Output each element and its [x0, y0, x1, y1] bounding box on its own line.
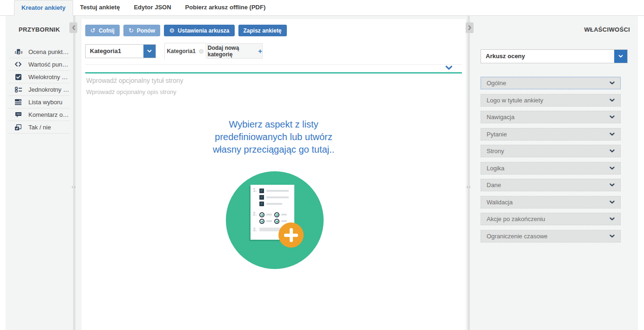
- properties-title: WŁAŚCIWOŚCI: [584, 26, 630, 33]
- toolbox-item-label: Ocena punkt…: [28, 48, 69, 55]
- paper-radio-icon: [259, 212, 264, 217]
- rating-icon: 123: [14, 49, 22, 54]
- tab-kreator-ankiety[interactable]: Kreator ankiety: [14, 0, 73, 16]
- properties-selector-dropdown-button[interactable]: [614, 50, 627, 63]
- collapse-toolbox-button[interactable]: [69, 22, 77, 33]
- chevron-down-icon: [610, 149, 615, 153]
- toolbox-splitter[interactable]: [73, 16, 75, 330]
- toolbox-item-value[interactable]: Wartość pun…: [8, 58, 70, 71]
- page-title-input[interactable]: [86, 77, 286, 84]
- chevron-down-icon: [610, 167, 615, 170]
- undo-label: Cofnij: [99, 27, 115, 34]
- survey-header-divider: [85, 64, 462, 65]
- properties-selector-value: Arkusz oceny: [481, 50, 614, 63]
- toolbox-item-boolean[interactable]: Tak / nie: [8, 121, 70, 134]
- accordion-section-dane[interactable]: Dane: [481, 179, 621, 191]
- collapse-properties-button[interactable]: [466, 22, 474, 33]
- chevron-down-icon: [610, 99, 615, 102]
- dropdown-icon: [14, 99, 22, 105]
- tab-edytor-json[interactable]: Edytor JSON: [127, 0, 178, 16]
- paper-text-line: [266, 220, 272, 222]
- top-tab-bar: Kreator ankiety Testuj ankietę Edytor JS…: [0, 0, 644, 16]
- paper-checkbox-icon: ✓: [259, 195, 264, 200]
- toolbox-resize-handle[interactable]: ‹›: [69, 184, 79, 189]
- paper-text-line: [266, 190, 289, 192]
- save-survey-label: Zapisz ankietę: [244, 27, 282, 34]
- empty-message-line: Wybierz aspekt z listy: [81, 118, 466, 131]
- page-settings-gear-icon[interactable]: ⚙: [198, 48, 204, 55]
- collapse-survey-header-chevron-icon[interactable]: [445, 66, 453, 70]
- chevron-down-icon: [147, 50, 152, 53]
- canvas-toolbar: ↺ Cofnij ↻ Ponów ⚙ Ustawienia arkusza Za…: [85, 25, 287, 36]
- chevron-down-icon: [610, 201, 615, 204]
- accordion-section-label: Logika: [487, 165, 610, 172]
- accordion-section-logika[interactable]: Logika: [481, 162, 621, 175]
- empty-message-line: predefiniowanych lub utwórz: [81, 131, 466, 143]
- accordion-section-pytanie[interactable]: Pytanie: [481, 128, 621, 141]
- accordion-section-label: Dane: [487, 182, 610, 189]
- accordion-section-akcje[interactable]: Akcje po zakończeniu: [481, 213, 621, 225]
- toolbox-item-radiogroup[interactable]: Jednokrotny …: [8, 83, 70, 96]
- accordion-section-ograniczenie[interactable]: Ograniczenie czasowe: [481, 230, 621, 242]
- workspace: PRZYBORNIK 123 Ocena punkt… Wartość pun……: [0, 16, 644, 330]
- chevron-down-icon: [610, 235, 615, 238]
- properties-object-selector[interactable]: Arkusz oceny: [481, 49, 628, 63]
- page-tab-kategoria1[interactable]: Kategoria1 ⚙: [164, 43, 206, 59]
- paper-radio-icon: [274, 212, 279, 217]
- toolbox-item-rating[interactable]: 123 Ocena punkt…: [8, 46, 70, 58]
- properties-resize-handle[interactable]: ‹›: [464, 184, 474, 189]
- sheet-settings-label: Ustawienia arkusza: [178, 27, 230, 34]
- paper-text-line: [266, 214, 272, 216]
- add-category-tab[interactable]: Dodaj nową kategorię +: [207, 43, 263, 59]
- accordion-section-walidacja[interactable]: Walidacja: [481, 196, 621, 209]
- accordion-section-label: Strony: [487, 148, 610, 155]
- paper-number: 3.: [253, 227, 257, 232]
- chevron-down-icon: [610, 183, 615, 187]
- paper-text-line: [266, 203, 282, 205]
- svg-text:1: 1: [14, 50, 17, 54]
- tab-pobierz-pdf[interactable]: Pobierz arkusz offline (PDF): [178, 0, 273, 16]
- redo-button[interactable]: ↻ Ponów: [123, 25, 160, 36]
- accordion-section-label: Ogólne: [487, 80, 610, 87]
- toolbox-item-checkbox[interactable]: Wielokrotny …: [8, 71, 70, 83]
- accordion-section-logo[interactable]: Logo w tytule ankiety: [481, 94, 621, 107]
- survey-canvas: ↺ Cofnij ↻ Ponów ⚙ Ustawienia arkusza Za…: [81, 19, 466, 330]
- toolbox-list: 123 Ocena punkt… Wartość pun… Wielokrotn…: [8, 46, 70, 134]
- accordion-section-strony[interactable]: Strony: [481, 145, 621, 157]
- paper-checkbox-icon: ✓: [259, 189, 264, 193]
- save-survey-button[interactable]: Zapisz ankietę: [238, 25, 287, 36]
- svg-text:2: 2: [18, 50, 20, 54]
- checkbox-icon: [14, 74, 22, 80]
- toolbox-item-label: Jednokrotny …: [28, 86, 69, 93]
- paper-text-line: [266, 196, 289, 198]
- properties-splitter[interactable]: [468, 16, 470, 330]
- tab-testuj-ankiete[interactable]: Testuj ankietę: [73, 0, 127, 16]
- toolbox-item-dropdown[interactable]: Lista wyboru: [8, 96, 70, 108]
- accordion-section-ogolne[interactable]: Ogólne: [481, 77, 621, 89]
- accordion-section-nawigacja[interactable]: Nawigacja: [481, 111, 621, 123]
- sheet-settings-button[interactable]: ⚙ Ustawienia arkusza: [164, 25, 234, 36]
- page-bar: Kategoria1 Kategoria1 ⚙ Dodaj nową kateg…: [85, 43, 469, 59]
- empty-message-line: własny przeciągając go tutaj..: [81, 143, 466, 156]
- accordion-section-label: Logo w tytule ankiety: [487, 97, 610, 104]
- undo-button[interactable]: ↺ Cofnij: [85, 25, 120, 36]
- chevron-down-icon: [610, 217, 615, 221]
- toolbox-item-label: Wartość pun…: [28, 61, 68, 68]
- page-selector-dropdown-button[interactable]: [143, 45, 156, 58]
- gear-icon: ⚙: [169, 27, 175, 34]
- paper-checkbox-icon: ✓: [259, 202, 264, 206]
- top-tabs: Kreator ankiety Testuj ankietę Edytor JS…: [14, 0, 272, 16]
- toolbox-item-comment[interactable]: Komentarz o…: [8, 108, 70, 121]
- chevron-down-icon: [610, 133, 615, 136]
- page-description-input[interactable]: [86, 88, 286, 95]
- page-selector[interactable]: Kategoria1: [85, 44, 156, 58]
- chevron-down-icon: [618, 55, 623, 58]
- drop-zone-illustration: 1. ✓ ✓ ✓ 2. 3.: [226, 171, 324, 269]
- accordion-section-label: Ograniczenie czasowe: [487, 233, 610, 240]
- toolbox-item-label: Lista wyboru: [28, 99, 62, 106]
- paper-number: 1.: [253, 188, 257, 193]
- radiogroup-icon: [14, 87, 22, 93]
- paper-radio-icon: [259, 219, 264, 224]
- accordion-section-label: Pytanie: [487, 131, 610, 138]
- paper-radio-icon: [274, 219, 279, 224]
